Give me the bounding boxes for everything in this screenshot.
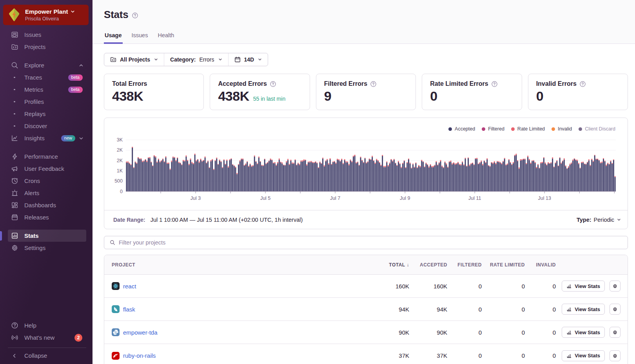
project-settings-button[interactable] bbox=[610, 350, 620, 361]
legend-dot bbox=[511, 127, 515, 131]
sidebar-item-whats-new[interactable]: What's new2 bbox=[8, 331, 86, 344]
sidebar-item-dashboards[interactable]: Dashboards bbox=[8, 199, 86, 211]
stat-card-value: 0 bbox=[430, 89, 437, 104]
sidebar-item-traces[interactable]: Tracesbeta bbox=[8, 71, 86, 83]
project-settings-button[interactable] bbox=[610, 304, 620, 315]
legend-item-invalid[interactable]: Invalid bbox=[552, 126, 572, 132]
column-header-project[interactable]: Project bbox=[104, 262, 362, 268]
chart-type-select[interactable]: Type: Periodic bbox=[577, 217, 621, 223]
sidebar-item-crons[interactable]: Crons bbox=[8, 175, 86, 187]
column-header-accepted[interactable]: Accepted bbox=[409, 262, 447, 268]
x-axis-label: Jul 3 bbox=[190, 196, 201, 201]
total-cell: 94K bbox=[362, 306, 409, 313]
project-link[interactable]: empower-tda bbox=[123, 329, 158, 336]
bar-chart-icon bbox=[566, 330, 572, 335]
gear-icon bbox=[612, 353, 618, 359]
project-filter[interactable]: All Projects bbox=[104, 53, 164, 66]
sidebar-item-metrics[interactable]: Metricsbeta bbox=[8, 83, 86, 96]
sidebar-item-label: Performance bbox=[24, 153, 58, 160]
bullet-icon bbox=[11, 101, 18, 103]
calendar-icon bbox=[234, 56, 241, 63]
sidebar-item-help[interactable]: Help bbox=[8, 319, 86, 331]
column-header-rate_limited[interactable]: Rate Limited bbox=[482, 262, 525, 268]
legend-dot bbox=[448, 127, 452, 131]
actions-cell: View Stats bbox=[556, 350, 628, 361]
sidebar-item-discover[interactable]: Discover bbox=[8, 120, 86, 132]
table-row-react: react160K160K000View Stats bbox=[104, 275, 628, 298]
project-settings-button[interactable] bbox=[610, 281, 620, 292]
view-stats-button[interactable]: View Stats bbox=[562, 304, 605, 315]
insights-icon bbox=[11, 134, 18, 142]
org-user: Priscila Oliveira bbox=[25, 16, 75, 22]
broadcast-icon bbox=[11, 334, 18, 342]
project-link[interactable]: ruby-on-rails bbox=[123, 352, 156, 359]
project-link[interactable]: react bbox=[123, 283, 136, 290]
org-switcher[interactable]: Empower Plant Priscila Oliveira bbox=[3, 5, 89, 25]
usage-chart-card: AcceptedFilteredRate LimitedInvalidClien… bbox=[104, 118, 628, 229]
sidebar-item-settings[interactable]: Settings bbox=[8, 242, 86, 254]
legend-dot bbox=[552, 127, 555, 131]
stat-card-title: Invalid Errors bbox=[536, 80, 620, 87]
invalid-cell: 0 bbox=[525, 306, 556, 313]
sidebar-group-secondary: PerformanceUser FeedbackCronsAlertsDashb… bbox=[0, 150, 93, 223]
help-circle-icon[interactable] bbox=[370, 81, 376, 87]
sidebar-item-profiles[interactable]: Profiles bbox=[8, 96, 86, 108]
projects-icon bbox=[11, 43, 18, 51]
legend-item-rate-limited[interactable]: Rate Limited bbox=[511, 126, 545, 132]
x-axis-label: Jul 7 bbox=[330, 196, 340, 201]
sidebar-item-replays[interactable]: Replays bbox=[8, 108, 86, 120]
sidebar-item-label: Stats bbox=[24, 232, 39, 239]
accepted-cell: 90K bbox=[409, 329, 447, 336]
legend-label: Invalid bbox=[558, 126, 572, 132]
project-search bbox=[104, 236, 628, 249]
sidebar-item-issues[interactable]: Issues bbox=[8, 29, 86, 41]
chevron-down-icon bbox=[154, 58, 158, 62]
sidebar-item-alerts[interactable]: Alerts bbox=[8, 187, 86, 199]
tab-health[interactable]: Health bbox=[157, 32, 175, 44]
project-link[interactable]: flask bbox=[123, 306, 135, 313]
date-range-label: Date Range: bbox=[113, 217, 145, 223]
stat-card-title-text: Accepted Errors bbox=[218, 80, 267, 87]
project-settings-button[interactable] bbox=[610, 327, 620, 338]
python-project-icon bbox=[112, 328, 120, 336]
category-filter[interactable]: Category: Errors bbox=[164, 53, 228, 66]
view-stats-button[interactable]: View Stats bbox=[562, 350, 605, 361]
sidebar-item-collapse[interactable]: Collapse bbox=[8, 350, 86, 362]
legend-item-accepted[interactable]: Accepted bbox=[448, 126, 475, 132]
sidebar-item-insights[interactable]: Insightsnew bbox=[8, 132, 86, 144]
legend-item-filtered[interactable]: Filtered bbox=[482, 126, 504, 132]
sidebar-item-performance[interactable]: Performance bbox=[8, 150, 86, 163]
page-help-icon[interactable] bbox=[132, 13, 138, 18]
date-period-filter[interactable]: 14D bbox=[228, 53, 268, 66]
sidebar-item-explore[interactable]: Explore bbox=[8, 59, 86, 71]
sidebar-item-stats[interactable]: Stats bbox=[8, 230, 86, 242]
x-axis-label: Jul 11 bbox=[468, 196, 481, 201]
chevron-down-icon bbox=[71, 9, 75, 14]
help-circle-icon[interactable] bbox=[270, 81, 276, 87]
help-circle-icon[interactable] bbox=[492, 81, 497, 87]
sidebar-item-user-feedback[interactable]: User Feedback bbox=[8, 163, 86, 175]
project-search-input[interactable] bbox=[119, 239, 622, 246]
column-header-total[interactable]: Total ↓ bbox=[362, 262, 409, 268]
view-stats-button[interactable]: View Stats bbox=[562, 327, 605, 338]
column-header-filtered[interactable]: Filtered bbox=[447, 262, 482, 268]
stat-card-title: Rate Limited Errors bbox=[430, 80, 513, 87]
usage-chart[interactable] bbox=[126, 138, 616, 194]
whats-new-count-badge: 2 bbox=[74, 334, 82, 342]
y-axis-label: 1K bbox=[104, 168, 123, 174]
sidebar-divider bbox=[8, 348, 86, 348]
chevron-down-icon bbox=[258, 58, 262, 62]
chevron-down-icon bbox=[617, 218, 621, 222]
tab-issues[interactable]: Issues bbox=[131, 32, 149, 44]
bullet-icon bbox=[11, 89, 18, 91]
x-axis-label: Jul 13 bbox=[538, 196, 551, 201]
view-stats-button[interactable]: View Stats bbox=[562, 281, 605, 292]
column-header-invalid[interactable]: Invalid bbox=[525, 262, 556, 268]
tab-usage[interactable]: Usage bbox=[104, 32, 123, 44]
sidebar-item-releases[interactable]: Releases bbox=[8, 211, 86, 223]
legend-item-client-discard[interactable]: Client Discard bbox=[579, 126, 615, 132]
help-circle-icon[interactable] bbox=[580, 81, 586, 87]
stat-card-value-row: 0 bbox=[430, 89, 513, 104]
sidebar-item-projects[interactable]: Projects bbox=[8, 41, 86, 53]
sidebar-nav: IssuesProjectsExploreTracesbetaMetricsbe… bbox=[0, 29, 93, 254]
